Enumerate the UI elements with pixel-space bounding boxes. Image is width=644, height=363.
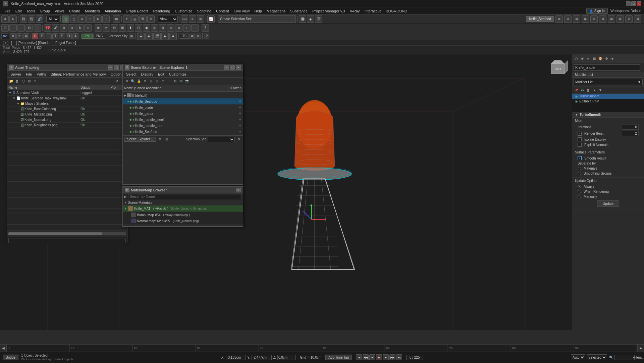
mod-configure-btn[interactable]: ⚙: [580, 87, 585, 93]
select-object-btn[interactable]: ◻: [62, 15, 69, 23]
layer-btn[interactable]: L: [46, 33, 52, 39]
se-row-knife-handle-tree[interactable]: ◉ ◈ Knife_handle_tree ❄: [123, 123, 243, 129]
toolbar-extra-btn-9[interactable]: ⊕: [625, 15, 633, 23]
menu-substance[interactable]: Substance: [288, 8, 310, 14]
se-icon-align[interactable]: ≡: [160, 79, 166, 84]
filter-dropdown[interactable]: All: [46, 16, 59, 22]
at-server-menu[interactable]: Server: [8, 72, 23, 77]
cut-btn[interactable]: ✂: [103, 24, 110, 32]
ts-update-btn[interactable]: Update: [597, 200, 619, 207]
at-path-input[interactable]: [8, 238, 126, 243]
selected-dropdown[interactable]: Selected: [587, 354, 607, 360]
table-row[interactable]: 🖼 Knife_Normal.png Ok: [7, 117, 127, 123]
menu-modifiers[interactable]: Modifiers: [83, 8, 102, 14]
se-select-menu[interactable]: Select: [124, 72, 139, 77]
ts-materials-radio[interactable]: [578, 167, 581, 170]
mat-browser-close[interactable]: ✕: [236, 188, 241, 192]
bind-btn[interactable]: 🔗: [36, 15, 43, 23]
at-paths-menu[interactable]: Paths: [35, 72, 48, 77]
at-icon-refresh[interactable]: ↺: [114, 79, 120, 84]
extrude-btn[interactable]: ⬆: [127, 24, 134, 32]
sky-extra-btn[interactable]: ⊕: [129, 34, 134, 39]
menu-project-manager[interactable]: Project Manager v.3: [310, 8, 347, 14]
ribbon-btn[interactable]: 🎀: [44, 24, 51, 32]
se-close[interactable]: ✕: [236, 65, 241, 70]
snap-toggle-btn[interactable]: ✦: [123, 15, 130, 23]
se-icon-add[interactable]: ⊕: [142, 79, 148, 84]
scale-btn[interactable]: ⊡: [102, 15, 110, 23]
material-editor-btn[interactable]: ◈: [307, 15, 314, 23]
table-row[interactable]: ▼ 📁 Maps / Shaders: [7, 101, 127, 106]
toolbar-extra-btn-5[interactable]: ⊕: [590, 15, 598, 23]
swift-loop-btn[interactable]: ⊕: [95, 24, 102, 32]
menu-tools[interactable]: Tools: [24, 8, 37, 14]
at-icon-2[interactable]: 🗑: [14, 79, 20, 84]
ring-btn[interactable]: ○: [84, 24, 92, 32]
toolbar-extra-btn-1[interactable]: ⊕: [555, 15, 563, 23]
redo-btn[interactable]: ↻: [9, 15, 17, 23]
angle-snap-btn[interactable]: ◎: [131, 15, 139, 23]
material-btn[interactable]: ◈: [145, 33, 153, 40]
at-scrollbar[interactable]: [8, 232, 126, 235]
smooth-btn[interactable]: ◌: [191, 24, 199, 32]
menu-help[interactable]: Help: [252, 8, 264, 14]
menu-group[interactable]: Group: [38, 8, 52, 14]
bridge-btn-tool[interactable]: ⊞: [119, 24, 126, 32]
menu-megascans[interactable]: Megascans: [265, 8, 287, 14]
grid-icon-btn[interactable]: ⊞: [23, 33, 29, 39]
se-icon-view[interactable]: 👁: [178, 79, 184, 84]
ts-iterations-input[interactable]: [622, 125, 639, 130]
element-btn[interactable]: ⬛: [34, 24, 41, 32]
nav-cube[interactable]: Front: [548, 57, 568, 77]
ts-smoothing-groups-radio[interactable]: [578, 172, 581, 175]
ts-extra-btn1[interactable]: ⊕: [190, 34, 195, 39]
jpg-tab[interactable]: JPG: [82, 34, 93, 39]
env-btn[interactable]: ☁: [137, 33, 145, 40]
target-weld-btn[interactable]: ◎: [151, 24, 158, 32]
coord-z-input[interactable]: [277, 355, 296, 360]
coord-y-input[interactable]: [252, 355, 272, 360]
layer-manager-btn[interactable]: ⊞: [197, 15, 204, 23]
se-row-knife-seafood-child[interactable]: ◉ ◈ Knife_Seafood ❄: [123, 129, 243, 135]
rotate-btn[interactable]: ↻: [94, 15, 102, 23]
scene-btn[interactable]: S: [59, 33, 65, 39]
se-selection-set-btn[interactable]: ⊕: [236, 137, 241, 142]
ts-isoline-checkbox[interactable]: [578, 137, 582, 141]
paint-btn[interactable]: 🖌: [52, 24, 59, 32]
play-next-btn[interactable]: ▶▶: [389, 354, 395, 360]
timeline-nav-right[interactable]: ▶: [637, 345, 644, 352]
rp-icon-5[interactable]: 🎨: [598, 56, 603, 61]
vertex-btn[interactable]: ·: [9, 24, 17, 32]
mat-row-bump[interactable]: Bump: Map #54 ( VRayNormalMap ): [123, 212, 243, 218]
mirror-btn[interactable]: ⟺: [181, 15, 188, 23]
at-scrollbar-thumb[interactable]: [8, 232, 102, 235]
table-row[interactable]: ▼ 🏛 Autodesk Vault Logged...: [7, 90, 127, 96]
asset-tracking-minimize[interactable]: ─: [108, 65, 113, 70]
se-tab-label[interactable]: Scene Explorer 1: [124, 137, 156, 142]
help-btn[interactable]: ?: [204, 34, 209, 39]
menu-scripting[interactable]: Scripting: [195, 8, 213, 14]
collapse-btn[interactable]: ⊕: [159, 24, 166, 32]
ts-when-rendering-radio[interactable]: [578, 190, 581, 193]
schematic-view-btn[interactable]: 🔘: [299, 15, 306, 23]
maximize-btn[interactable]: □: [631, 1, 636, 6]
play-start-btn[interactable]: |◀: [356, 354, 362, 360]
flip-btn[interactable]: ↕: [183, 24, 191, 32]
window-cross-btn[interactable]: ⊕: [78, 15, 86, 23]
se-row-knife-handle-steel[interactable]: ◉ ◈ Knife_handle_steel ❄: [123, 117, 243, 123]
ts-render-iters-checkbox[interactable]: ✓: [578, 132, 582, 136]
ts-smooth-result-checkbox[interactable]: ✓: [578, 156, 582, 160]
list-icon-btn[interactable]: ≡: [16, 33, 22, 39]
at-icon-4[interactable]: ⊞: [26, 79, 32, 84]
mod-pin-btn[interactable]: 📌: [574, 87, 579, 93]
mat-row-normal[interactable]: Normal map: Map #55 (Knife_Normal.png): [123, 218, 243, 224]
toolbar-extra-btn-4[interactable]: ⊕: [582, 15, 589, 23]
se-row-default[interactable]: ▶ ≡ 0 (default): [123, 92, 243, 98]
menu-interactive[interactable]: Interactive: [363, 8, 384, 14]
render-setup-btn[interactable]: 🎬: [315, 15, 322, 23]
menu-3dground[interactable]: 3DGROUND: [384, 8, 409, 14]
align-btn[interactable]: ≡: [189, 15, 196, 23]
table-row[interactable]: 🖼 Knife_BaseColor.png Ok: [7, 106, 127, 112]
ts-expand-arrow[interactable]: ▼: [575, 113, 578, 117]
ts-manually-radio[interactable]: [578, 195, 581, 198]
